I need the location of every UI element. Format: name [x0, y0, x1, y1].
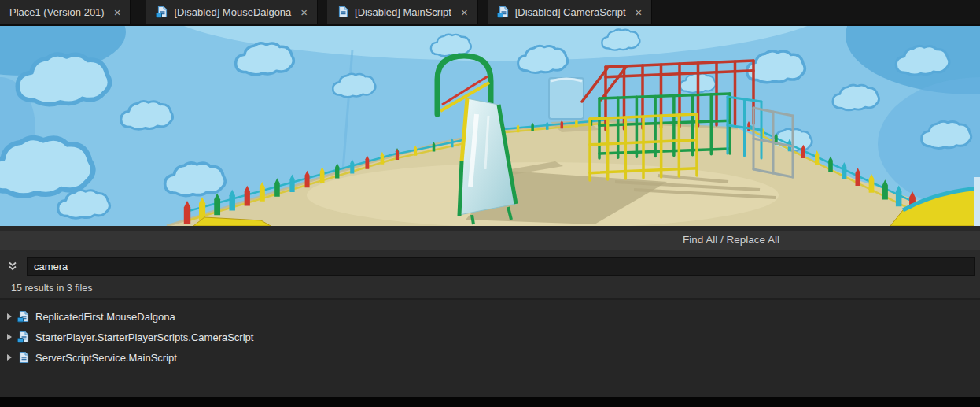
tab-place1[interactable]: Place1 (Version 201) ×	[0, 0, 131, 24]
find-search-row	[0, 250, 980, 278]
chevron-double-down-icon	[7, 261, 18, 272]
expand-arrow-icon[interactable]	[7, 334, 12, 340]
document-tab-bar: Place1 (Version 201) × [Disabled] MouseD…	[0, 0, 980, 24]
tab-bar-gap	[131, 0, 146, 24]
results-divider	[0, 298, 980, 306]
tab-label: Place1 (Version 201)	[9, 6, 105, 18]
tab-camerascript[interactable]: [Disabled] CameraScript ×	[488, 0, 653, 24]
close-icon[interactable]: ×	[461, 6, 468, 18]
search-results-tree: ReplicatedFirst.MouseDalgona StarterPlay…	[0, 306, 980, 368]
expand-arrow-icon[interactable]	[7, 354, 12, 361]
blue-panel	[549, 78, 584, 119]
local-script-icon	[497, 6, 510, 18]
3d-viewport[interactable]	[0, 24, 980, 226]
result-label: StarterPlayer.StarterPlayerScripts.Camer…	[35, 331, 253, 343]
result-label: ServerScriptService.MainScript	[35, 352, 177, 364]
bottom-dock-bar	[0, 397, 980, 407]
search-input[interactable]	[27, 257, 975, 276]
close-icon[interactable]: ×	[636, 6, 643, 18]
find-panel-title: Find All / Replace All	[683, 231, 779, 250]
result-label: ReplicatedFirst.MouseDalgona	[35, 311, 175, 323]
panel-filler	[0, 368, 980, 397]
tab-label: [Disabled] MouseDalgona	[174, 6, 291, 18]
close-icon[interactable]: ×	[300, 6, 308, 18]
tab-bar-gap	[318, 0, 327, 24]
result-row-mainscript[interactable]: ServerScriptService.MainScript	[0, 347, 980, 368]
tab-bar-gap	[478, 0, 488, 24]
script-icon	[17, 351, 30, 364]
results-summary: 15 results in 3 files	[11, 283, 93, 294]
local-script-icon	[17, 310, 30, 323]
close-icon[interactable]: ×	[114, 6, 121, 18]
result-row-mousedalgona[interactable]: ReplicatedFirst.MouseDalgona	[0, 306, 980, 327]
local-script-icon	[156, 6, 168, 18]
expand-arrow-icon[interactable]	[7, 313, 12, 320]
playground-scene	[0, 26, 980, 226]
tab-label: [Disabled] CameraScript	[515, 6, 626, 18]
results-summary-row: 15 results in 3 files	[0, 278, 980, 298]
result-row-camerascript[interactable]: StarterPlayer.StarterPlayerScripts.Camer…	[0, 327, 980, 347]
roblox-studio-window: Place1 (Version 201) × [Disabled] MouseD…	[0, 0, 980, 407]
tab-label: [Disabled] MainScript	[355, 6, 451, 18]
tab-mousedalgona[interactable]: [Disabled] MouseDalgona ×	[146, 0, 318, 24]
script-icon	[337, 6, 349, 18]
tab-mainscript[interactable]: [Disabled] MainScript ×	[327, 0, 478, 24]
local-script-icon	[17, 331, 30, 343]
expand-search-options-button[interactable]	[6, 259, 20, 273]
find-panel-title-bar: Find All / Replace All	[0, 231, 980, 250]
